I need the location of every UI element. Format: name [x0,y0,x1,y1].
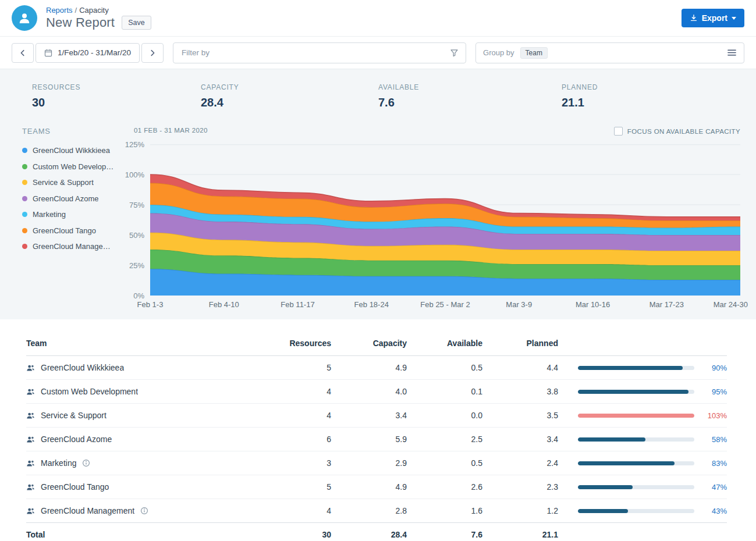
resources-cell: 3 [264,458,331,468]
table-row: GreenCloud Management 4 2.8 1.6 1.2 43% [26,499,727,523]
header-available: Available [407,339,482,348]
y-tick-label: 0% [133,292,144,300]
team-name: GreenCloud Wikkkieea [41,363,124,372]
stat-value: 28.4 [201,96,378,109]
legend-dot [22,228,27,233]
filter-input[interactable] [180,48,450,58]
utilization-percent: 90% [694,364,727,372]
legend-item[interactable]: Service & Support [22,178,122,187]
planned-cell: 3.5 [482,411,558,420]
legend-dot [22,212,27,217]
filter-field [173,42,466,63]
filter-icon[interactable] [450,48,459,57]
legend-label: GreenCloud Tango [33,226,96,235]
capacity-cell: 4.0 [331,387,407,396]
group-by-label: Group by [483,48,514,57]
team-name: GreenCloud Azome [41,435,112,444]
legend-label: Custom Web Development [33,162,114,171]
breadcrumb-link-reports[interactable]: Reports [46,6,73,15]
available-cell: 0.5 [407,458,482,468]
x-tick-label: Mar 24-30 [714,300,748,309]
capacity-area-chart [150,144,740,296]
total-resources: 30 [264,530,331,539]
date-navigation: 1/Feb/20 - 31/Mar/20 [12,43,164,63]
chart-title: 01 FEB - 31 MAR 2020 [134,127,208,134]
capacity-table: Team Resources Capacity Available Planne… [0,319,756,541]
calendar-icon [44,49,52,57]
info-icon[interactable] [140,507,148,515]
download-icon [690,14,698,22]
legend-dot [22,244,27,249]
y-tick-label: 50% [129,232,144,239]
breadcrumb-separator: / [75,6,77,15]
utilization-bar [578,509,694,513]
legend-item[interactable]: GreenCloud Management [22,242,122,251]
x-tick-label: Feb 18-24 [354,300,389,309]
table-row: GreenCloud Tango 5 4.9 2.6 2.3 47% [26,475,727,499]
legend-item[interactable]: GreenCloud Wikkkieea [22,146,122,155]
stat-value: 7.6 [378,96,562,109]
date-range-button[interactable]: 1/Feb/20 - 31/Mar/20 [36,43,140,63]
utilization-percent: 58% [694,435,727,444]
summary-band: RESOURCES 30 CAPACITY 28.4 AVAILABLE 7.6… [0,69,756,319]
legend-item[interactable]: Custom Web Development [22,162,122,171]
legend-item[interactable]: GreenCloud Azome [22,194,122,203]
stat-resources: RESOURCES 30 [32,83,201,109]
resources-cell: 5 [264,482,331,492]
utilization-bar [578,390,694,394]
utilization-percent: 83% [694,459,727,468]
table-row: Service & Support 4 3.4 0.0 3.5 103% [26,404,727,428]
avatar[interactable] [12,5,37,31]
chevron-down-icon [732,17,736,20]
capacity-cell: 4.9 [331,363,407,372]
next-period-button[interactable] [141,43,164,63]
legend-item[interactable]: GreenCloud Tango [22,226,122,235]
table-total-row: Total 30 28.4 7.6 21.1 [26,522,727,541]
planned-cell: 4.4 [482,363,558,372]
export-button[interactable]: Export [682,9,744,27]
available-cell: 1.6 [407,506,482,515]
legend-dot [22,180,27,185]
report-toolbar: 1/Feb/20 - 31/Mar/20 Group by Team [0,37,756,69]
resources-cell: 4 [264,506,331,515]
available-cell: 0.1 [407,387,482,396]
save-button[interactable]: Save [122,16,151,30]
date-range-label: 1/Feb/20 - 31/Mar/20 [58,48,131,57]
menu-icon[interactable] [727,48,737,57]
page-title: New Report [46,16,115,30]
table-row: GreenCloud Azome 6 5.9 2.5 3.4 58% [26,428,727,451]
info-icon[interactable] [82,459,90,467]
legend-dot [22,196,27,201]
team-icon [26,364,35,372]
legend-dot [22,164,27,169]
y-tick-label: 25% [129,262,144,269]
utilization-percent: 43% [694,507,727,515]
team-icon [26,387,35,396]
table-header-row: Team Resources Capacity Available Planne… [26,331,727,356]
group-by-chip[interactable]: Team [520,47,548,59]
total-capacity: 28.4 [331,530,407,539]
stat-label: RESOURCES [32,83,201,91]
stat-available: AVAILABLE 7.6 [378,83,562,109]
x-tick-label: Mar 17-23 [649,300,684,309]
prev-period-button[interactable] [12,43,34,63]
legend-label: GreenCloud Management [33,242,114,251]
y-axis: 0%25%50%75%100%125% [122,144,150,296]
legend-item[interactable]: Marketing [22,210,122,219]
resources-cell: 6 [264,435,331,444]
resources-cell: 4 [264,411,331,420]
header-resources: Resources [264,339,331,348]
y-tick-label: 100% [125,171,144,179]
y-tick-label: 125% [125,141,144,148]
focus-available-toggle[interactable]: FOCUS ON AVAILABLE CAPACITY [614,127,740,136]
planned-cell: 3.8 [482,387,558,396]
planned-cell: 2.3 [482,482,558,492]
utilization-bar [578,461,694,465]
legend-label: GreenCloud Azome [33,194,98,203]
team-icon [26,507,35,515]
x-tick-label: Feb 25 - Mar 2 [420,300,470,309]
stat-capacity: CAPACITY 28.4 [201,83,378,109]
breadcrumb: Reports/Capacity [46,6,151,14]
utilization-percent: 95% [694,387,727,396]
focus-checkbox[interactable] [614,127,623,136]
